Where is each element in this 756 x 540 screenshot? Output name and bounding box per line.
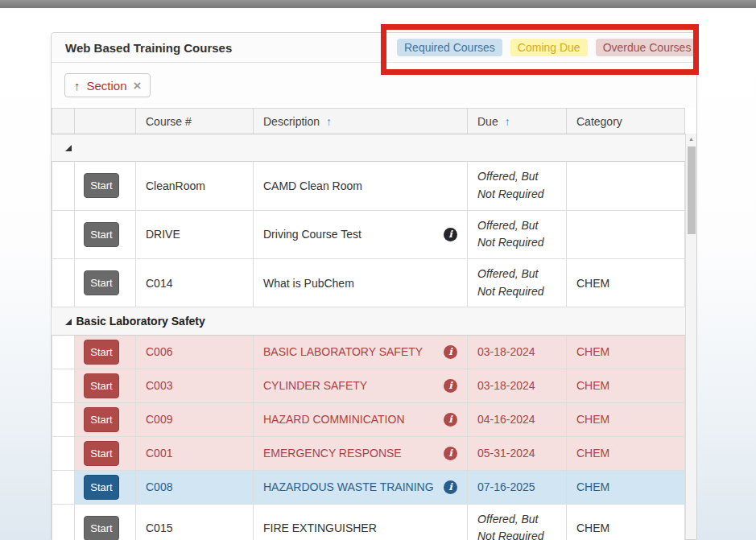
top-browser-bar bbox=[0, 0, 756, 8]
info-icon[interactable]: i bbox=[444, 413, 457, 427]
start-button[interactable]: Start bbox=[84, 222, 119, 247]
row-expander-cell bbox=[52, 436, 75, 470]
info-icon[interactable]: i bbox=[444, 228, 457, 241]
description-cell: FIRE EXTINGUISHER bbox=[254, 504, 468, 540]
description-cell: Driving Course Testi bbox=[254, 210, 468, 258]
description-wrap: What is PubChem bbox=[263, 277, 457, 290]
course-row: StartC003CYLINDER SAFETYi03-18-2024CHEM bbox=[52, 369, 685, 402]
row-expander-cell bbox=[52, 470, 75, 504]
start-button[interactable]: Start bbox=[84, 475, 119, 500]
info-icon[interactable]: i bbox=[444, 345, 457, 359]
description-wrap: BASIC LABORATORY SAFETYi bbox=[263, 345, 457, 359]
due-cell: 07-16-2025 bbox=[468, 470, 567, 504]
header-due-label: Due bbox=[477, 115, 498, 128]
info-icon[interactable]: i bbox=[444, 480, 457, 494]
legend: Required CoursesComing DueOverdue Course… bbox=[397, 39, 698, 56]
panel-heading: Web Based Training Courses Required Cour… bbox=[52, 33, 696, 63]
start-cell: Start bbox=[75, 436, 136, 470]
description-text: What is PubChem bbox=[263, 277, 354, 290]
start-cell: Start bbox=[75, 470, 136, 504]
table-scrollbar[interactable]: ▲ bbox=[685, 134, 696, 539]
start-cell: Start bbox=[75, 162, 136, 210]
section-group-chip[interactable]: ↑ Section × bbox=[64, 73, 151, 97]
course-row: StartC008HAZARDOUS WASTE TRAININGi07-16-… bbox=[52, 470, 685, 504]
start-cell: Start bbox=[75, 210, 136, 258]
course-number-cell: C003 bbox=[136, 369, 254, 402]
group-header-row[interactable] bbox=[52, 134, 685, 162]
row-expander-cell bbox=[52, 162, 75, 210]
description-text: BASIC LABORATORY SAFETY bbox=[263, 345, 423, 358]
sort-ascending-icon[interactable]: ↑ bbox=[326, 115, 332, 128]
sort-ascending-icon[interactable]: ↑ bbox=[505, 115, 510, 128]
description-text: EMERGENCY RESPONSE bbox=[263, 447, 402, 460]
scroll-up-arrow-icon[interactable]: ▲ bbox=[686, 134, 696, 144]
category-cell: CHEM bbox=[567, 259, 685, 307]
courses-table: Course # Description↑ Due↑ Category Star… bbox=[52, 108, 685, 540]
sort-ascending-icon[interactable]: ↑ bbox=[74, 79, 81, 93]
legend-badge-required: Required Courses bbox=[397, 39, 502, 56]
start-button[interactable]: Start bbox=[84, 441, 119, 466]
start-button[interactable]: Start bbox=[84, 407, 119, 432]
due-cell: 03-18-2024 bbox=[468, 369, 567, 402]
start-button[interactable]: Start bbox=[84, 173, 119, 198]
course-row: StartC009HAZARD COMMINICATIONi04-16-2024… bbox=[52, 402, 685, 436]
row-expander-cell bbox=[52, 402, 75, 436]
course-number-cell: C006 bbox=[136, 335, 254, 369]
category-cell: CHEM bbox=[567, 402, 685, 436]
header-category[interactable]: Category bbox=[567, 109, 685, 134]
course-number-cell: C014 bbox=[136, 259, 254, 307]
due-cell: Offered, But Not Required bbox=[468, 504, 567, 540]
header-description[interactable]: Description↑ bbox=[254, 109, 468, 134]
description-text: Driving Course Test bbox=[263, 228, 361, 241]
page-title: Web Based Training Courses bbox=[65, 41, 232, 55]
category-cell: CHEM bbox=[567, 369, 685, 402]
description-cell: EMERGENCY RESPONSEi bbox=[254, 436, 468, 470]
group-header-row[interactable]: Basic Laboratory Safety bbox=[52, 307, 685, 335]
course-number-cell: C015 bbox=[136, 504, 254, 540]
course-row: StartC015FIRE EXTINGUISHEROffered, But N… bbox=[52, 504, 685, 540]
section-chip-label: Section bbox=[87, 79, 127, 93]
start-cell: Start bbox=[75, 402, 136, 436]
due-cell: 05-31-2024 bbox=[468, 436, 567, 470]
start-cell: Start bbox=[75, 259, 136, 307]
due-cell: Offered, But Not Required bbox=[468, 210, 567, 258]
info-icon[interactable]: i bbox=[444, 379, 457, 393]
description-cell: HAZARD COMMINICATIONi bbox=[254, 402, 468, 436]
header-course-number[interactable]: Course # bbox=[136, 109, 254, 134]
category-cell: CHEM bbox=[567, 470, 685, 504]
description-wrap: CAMD Clean Room bbox=[263, 179, 457, 192]
due-cell: 04-16-2024 bbox=[468, 402, 567, 436]
start-button[interactable]: Start bbox=[84, 516, 119, 540]
description-cell: HAZARDOUS WASTE TRAININGi bbox=[254, 470, 468, 504]
description-text: FIRE EXTINGUISHER bbox=[263, 521, 377, 534]
collapse-triangle-icon[interactable] bbox=[65, 145, 72, 151]
header-expander bbox=[52, 109, 75, 134]
description-cell: CYLINDER SAFETYi bbox=[254, 369, 468, 402]
course-number-cell: C009 bbox=[136, 402, 254, 436]
course-table-body: StartCleanRoomCAMD Clean RoomOffered, Bu… bbox=[52, 134, 685, 540]
description-text: CYLINDER SAFETY bbox=[263, 379, 367, 392]
start-cell: Start bbox=[75, 504, 136, 540]
description-text: CAMD Clean Room bbox=[263, 179, 362, 192]
category-cell: CHEM bbox=[567, 335, 685, 369]
start-button[interactable]: Start bbox=[84, 270, 119, 295]
description-text: HAZARD COMMINICATION bbox=[263, 413, 405, 426]
row-expander-cell bbox=[52, 210, 75, 258]
row-expander-cell bbox=[52, 259, 75, 307]
description-wrap: HAZARDOUS WASTE TRAININGi bbox=[263, 480, 457, 494]
header-due[interactable]: Due↑ bbox=[468, 109, 567, 134]
category-cell: CHEM bbox=[567, 436, 685, 470]
description-cell: CAMD Clean Room bbox=[254, 162, 468, 210]
remove-grouping-icon[interactable]: × bbox=[134, 79, 142, 93]
info-icon[interactable]: i bbox=[444, 447, 457, 460]
category-cell: CHEM bbox=[567, 504, 685, 540]
collapse-triangle-icon[interactable] bbox=[65, 319, 72, 325]
start-button[interactable]: Start bbox=[84, 340, 119, 365]
group-label: Basic Laboratory Safety bbox=[76, 315, 205, 328]
due-cell: Offered, But Not Required bbox=[468, 162, 567, 210]
scrollbar-thumb[interactable] bbox=[688, 146, 696, 234]
description-wrap: EMERGENCY RESPONSEi bbox=[263, 447, 457, 460]
row-expander-cell bbox=[52, 504, 75, 540]
start-button[interactable]: Start bbox=[84, 373, 119, 398]
course-row: StartC006BASIC LABORATORY SAFETYi03-18-2… bbox=[52, 335, 685, 369]
